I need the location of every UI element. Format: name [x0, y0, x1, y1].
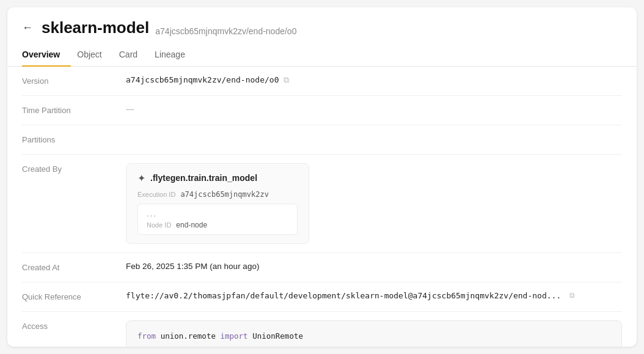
breadcrumb: a74jcscb65mjnqmvk2zv/end-node/o0: [155, 26, 296, 36]
node-id-label: Node ID: [147, 221, 171, 229]
version-copy-icon[interactable]: ⧉: [284, 75, 289, 85]
quick-reference-label: Quick Reference: [22, 291, 126, 301]
quick-reference-row: Quick Reference flyte://av0.2/thomasjpfa…: [22, 282, 622, 312]
partitions-label: Partitions: [22, 134, 126, 144]
code-line-1: from union.remote import UnionRemote: [137, 330, 610, 344]
import-keyword-2: import: [220, 331, 247, 341]
execution-id-label: Execution ID: [137, 191, 175, 198]
partitions-row: Partitions: [22, 125, 622, 155]
created-by-row: Created By ✦ .flytegen.train.train_model…: [22, 155, 622, 253]
created-at-value: Feb 26, 2025 1:35 PM (an hour ago): [126, 262, 622, 271]
task-name: .flytegen.train.train_model: [150, 173, 257, 183]
back-button[interactable]: ←: [22, 21, 33, 34]
time-partition-label: Time Partition: [22, 105, 126, 115]
created-by-label: Created By: [22, 163, 126, 174]
node-dots: ...: [147, 209, 288, 218]
version-row: Version a74jcscb65mjnqmvk2zv/end-node/o0…: [22, 67, 622, 96]
time-partition-value: —: [126, 105, 622, 114]
tab-lineage[interactable]: Lineage: [155, 45, 196, 67]
version-label: Version: [22, 75, 126, 86]
node-id-row: Node ID end-node: [147, 221, 288, 229]
created-at-label: Created At: [22, 262, 126, 272]
page-title: sklearn-model: [42, 18, 149, 37]
time-partition-row: Time Partition —: [22, 96, 622, 125]
module-name: union.remote: [161, 331, 221, 341]
task-icon: ✦: [137, 172, 145, 184]
created-by-value: ✦ .flytegen.train.train_model Execution …: [126, 163, 622, 244]
node-card: ... Node ID end-node: [137, 204, 298, 235]
header: ← sklearn-model a74jcscb65mjnqmvk2zv/end…: [7, 7, 637, 37]
created-by-card: ✦ .flytegen.train.train_model Execution …: [126, 163, 309, 244]
quick-reference-value: flyte://av0.2/thomasjpfan/default/develo…: [126, 291, 622, 300]
access-value: from union.remote import UnionRemote rem…: [126, 320, 622, 347]
execution-id-value: a74jcscb65mjnqmvk2zv: [180, 190, 269, 199]
access-label: Access: [22, 320, 126, 331]
tab-object[interactable]: Object: [77, 45, 112, 67]
access-row: Access from union.remote import UnionRem…: [22, 312, 622, 347]
execution-row: Execution ID a74jcscb65mjnqmvk2zv: [137, 190, 298, 199]
code-line-blank: [137, 343, 610, 347]
class-name: UnionRemote: [252, 331, 303, 341]
quick-reference-copy-icon[interactable]: ⧉: [569, 291, 575, 300]
tab-card[interactable]: Card: [119, 45, 148, 67]
version-value: a74jcscb65mjnqmvk2zv/end-node/o0 ⧉: [126, 75, 622, 85]
node-id-value: end-node: [176, 221, 207, 229]
access-code-block[interactable]: from union.remote import UnionRemote rem…: [126, 320, 622, 347]
created-at-row: Created At Feb 26, 2025 1:35 PM (an hour…: [22, 253, 622, 282]
tabs: Overview Object Card Lineage: [7, 45, 637, 67]
tab-overview[interactable]: Overview: [22, 45, 71, 67]
main-card: ← sklearn-model a74jcscb65mjnqmvk2zv/end…: [7, 7, 637, 347]
import-keyword: from: [137, 331, 156, 341]
task-row: ✦ .flytegen.train.train_model: [137, 172, 298, 184]
content-area: Version a74jcscb65mjnqmvk2zv/end-node/o0…: [7, 67, 637, 347]
